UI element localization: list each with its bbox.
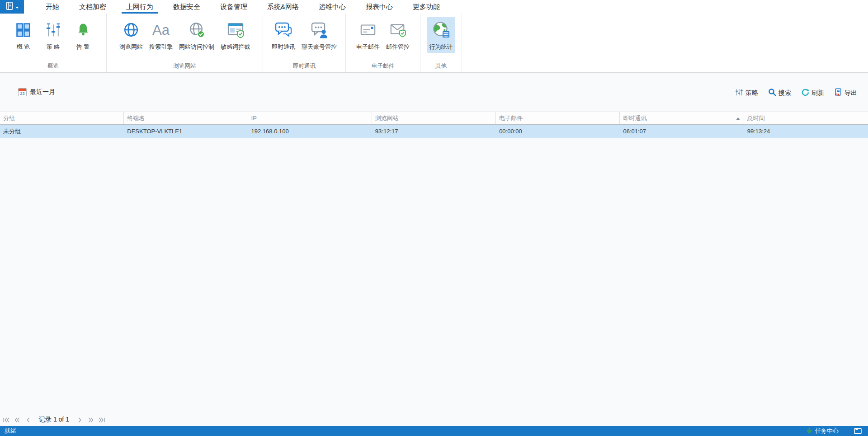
tab-data-security[interactable]: 数据安全 (163, 0, 210, 14)
first-page-button[interactable] (3, 416, 10, 423)
chevron-down-icon (15, 3, 19, 11)
ribbon-button-label: 告 警 (76, 43, 90, 51)
ribbon-button-sensitive-word-block[interactable]: 敏感词拦截 (218, 17, 252, 53)
ribbon-button-label: 邮件管控 (386, 43, 410, 51)
tab-system-network[interactable]: 系统&网络 (257, 0, 309, 14)
ribbon-button-label: 聊天账号管控 (302, 43, 337, 51)
cell-group: 未分组 (0, 125, 124, 138)
cell-ip: 192.168.0.100 (248, 125, 372, 138)
record-count-label: 记录 1 of 1 (39, 416, 69, 424)
task-center-button[interactable]: 任务中心 (806, 427, 839, 436)
ribbon-button-overview[interactable]: 概 览 (9, 17, 38, 53)
export-button[interactable]: 导出 (834, 88, 857, 98)
tab-internet-behavior[interactable]: 上网行为 (116, 0, 163, 14)
ribbon-group-websites: 浏览网站 Aa 搜索引擎 网站访问控制 敏感词拦截 浏览网站 (107, 14, 263, 72)
cell-terminal: DESKTOP-VLKTLE1 (124, 125, 248, 138)
column-header-label: 电子邮件 (499, 114, 523, 122)
refresh-button-label: 刷新 (811, 89, 824, 97)
ribbon-button-instant-messaging[interactable]: 即时通讯 (269, 17, 297, 53)
ribbon-button-behavior-statistics[interactable]: 行为统计 (427, 17, 455, 53)
table-row[interactable]: 未分组 DESKTOP-VLKTLE1 192.168.0.100 93:12:… (0, 125, 868, 138)
column-header-terminal[interactable]: 终端名 (124, 112, 248, 124)
tab-report-center[interactable]: 报表中心 (356, 0, 403, 14)
ribbon-button-label: 搜索引擎 (149, 43, 173, 51)
cell-web: 93:12:17 (372, 125, 496, 138)
globe-blue-icon (123, 18, 140, 42)
fast-prev-button[interactable] (14, 416, 21, 423)
journal-menu-icon (5, 1, 14, 13)
grid-icon (15, 18, 32, 42)
column-header-label: IP (251, 115, 257, 122)
tab-device-management[interactable]: 设备管理 (210, 0, 257, 14)
last-page-button[interactable] (98, 416, 105, 423)
chat-bubbles-icon (274, 18, 292, 42)
ribbon-button-label: 敏感词拦截 (221, 43, 250, 51)
column-header-email[interactable]: 电子邮件 (496, 112, 620, 124)
column-header-label: 总时间 (747, 114, 765, 122)
column-header-im[interactable]: 即时通讯 (620, 112, 744, 124)
ribbon-empty-space (462, 14, 868, 72)
column-header-label: 即时通讯 (623, 114, 646, 122)
column-header-group[interactable]: 分组 (0, 112, 124, 124)
ribbon-button-alert[interactable]: 告 警 (69, 17, 97, 53)
prev-page-button[interactable] (24, 416, 32, 423)
cell-im: 06:01:07 (620, 125, 744, 138)
date-range-label: 最近一月 (30, 88, 55, 96)
download-arrow-icon (806, 427, 812, 436)
cell-email: 00:00:00 (496, 125, 620, 138)
ribbon-group-overview: 概 览 策 略 告 警 概览 (0, 14, 107, 72)
search-icon (768, 88, 776, 98)
envelope-shield-icon (389, 18, 406, 42)
tab-ops-center[interactable]: 运维中心 (309, 0, 356, 14)
column-header-label: 终端名 (127, 114, 145, 122)
column-header-ip[interactable]: IP (248, 112, 372, 124)
date-range-filter[interactable]: 23 最近一月 (18, 88, 55, 96)
globe-table-icon (432, 18, 451, 42)
export-button-label: 导出 (844, 89, 857, 97)
ribbon-group-email: 电子邮件 邮件管控 电子邮件 (346, 14, 420, 72)
search-button[interactable]: 搜索 (768, 88, 791, 98)
app-menu-button[interactable] (0, 0, 24, 14)
column-header-label: 分组 (3, 114, 15, 122)
ribbon-button-site-access-control[interactable]: 网站访问控制 (177, 17, 217, 53)
menu-tabs: 开始 文档加密 上网行为 数据安全 设备管理 系统&网络 运维中心 报表中心 更… (36, 0, 450, 14)
column-header-web[interactable]: 浏览网站 (372, 112, 496, 124)
statusbar: 就绪 任务中心 (0, 426, 868, 436)
globe-check-icon (188, 18, 205, 42)
tab-more-features[interactable]: 更多功能 (403, 0, 450, 14)
tab-doc-encryption[interactable]: 文档加密 (69, 0, 116, 14)
tab-start[interactable]: 开始 (36, 0, 69, 14)
pagination-bar: 记录 1 of 1 (3, 415, 105, 425)
content-area: 23 最近一月 策略 搜索 刷新 导出 分 (0, 73, 868, 436)
status-ready-label: 就绪 (5, 427, 16, 435)
toolbar-actions: 策略 搜索 刷新 导出 (735, 88, 857, 98)
window-icon[interactable] (854, 428, 862, 434)
refresh-icon (801, 88, 809, 98)
fast-next-button[interactable] (87, 416, 94, 423)
ribbon-button-label: 行为统计 (429, 43, 453, 51)
ribbon-button-browse-website[interactable]: 浏览网站 (117, 17, 145, 53)
calendar-icon: 23 (18, 88, 27, 96)
ribbon-group-im: 即时通讯 聊天账号管控 即时通讯 (263, 14, 346, 72)
ribbon-button-chat-account-control[interactable]: 聊天账号管控 (299, 17, 339, 53)
ribbon-button-policy[interactable]: 策 略 (39, 17, 67, 53)
sliders-icon (45, 18, 61, 42)
app-window: 开始 文档加密 上网行为 数据安全 设备管理 系统&网络 运维中心 报表中心 更… (0, 0, 868, 436)
policy-button-label: 策略 (745, 89, 758, 97)
column-header-total-time[interactable]: 总时间 (744, 112, 868, 124)
ribbon-button-label: 网站访问控制 (179, 43, 214, 51)
ribbon-button-search-engine[interactable]: Aa 搜索引擎 (147, 17, 175, 53)
table-header: 分组 终端名 IP 浏览网站 电子邮件 即时通讯 总时间 (0, 112, 868, 125)
envelope-icon (359, 18, 377, 42)
sliders-small-icon (735, 88, 743, 98)
column-header-label: 浏览网站 (375, 114, 399, 122)
search-button-label: 搜索 (778, 89, 791, 97)
browser-shield-icon (226, 18, 245, 42)
policy-button[interactable]: 策略 (735, 88, 758, 98)
ribbon-button-email[interactable]: 电子邮件 (354, 17, 382, 53)
ribbon-button-mail-control[interactable]: 邮件管控 (384, 17, 412, 53)
ribbon-group-label-websites: 浏览网站 (107, 62, 263, 70)
ribbon-button-label: 电子邮件 (356, 43, 380, 51)
refresh-button[interactable]: 刷新 (801, 88, 824, 98)
next-page-button[interactable] (76, 416, 84, 423)
